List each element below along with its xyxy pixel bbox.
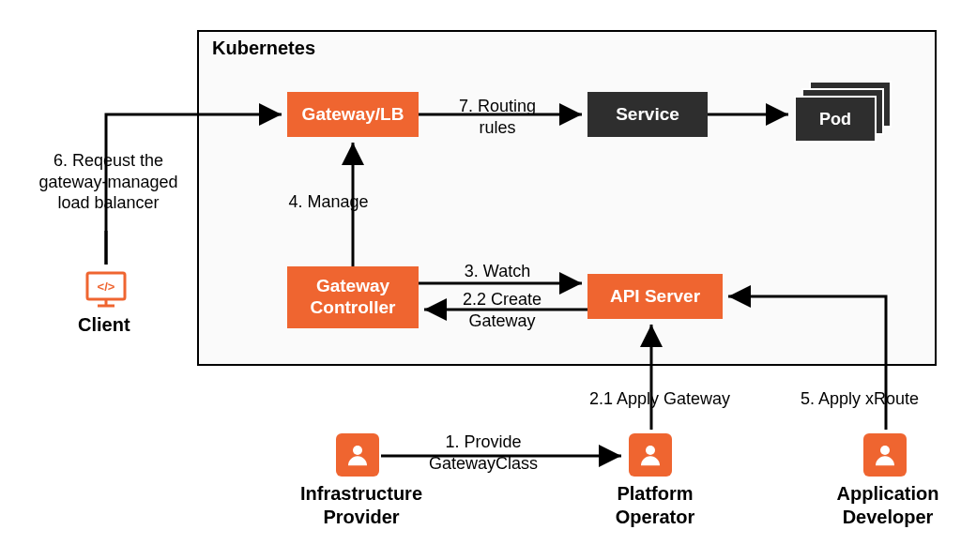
gateway-controller-node: Gateway Controller	[287, 266, 419, 328]
edge-5-label: 5. Apply xRoute	[785, 388, 935, 410]
edge-22-label: 2.2 Create Gateway	[441, 289, 563, 331]
svg-point-5	[646, 446, 655, 455]
platform-operator-icon	[629, 433, 672, 477]
edge-6-label: 6. Reqeust the gateway-managed load bala…	[26, 150, 191, 214]
pod-stack: Pod	[794, 81, 895, 146]
edge-21-label: 2.1 Apply Gateway	[580, 388, 740, 410]
edge-3-label: 3. Watch	[441, 261, 554, 282]
edge-7-label: 7. Routing rules	[441, 96, 554, 138]
infra-provider-label: Infrastructure Provider	[291, 482, 432, 529]
edge-4-label: 4. Manage	[282, 191, 375, 213]
client-icon: </>	[84, 270, 128, 310]
app-developer-icon	[863, 433, 907, 477]
edge-1-label: 1. Provide GatewayClass	[413, 431, 554, 474]
platform-operator-label: Platform Operator	[608, 482, 702, 529]
kubernetes-title: Kubernetes	[212, 38, 315, 59]
client-label: Client	[78, 313, 130, 337]
pod-node: Pod	[794, 96, 877, 143]
app-developer-label: Application Developer	[831, 482, 944, 529]
gatewaylb-node: Gateway/LB	[287, 92, 419, 137]
svg-text:</>: </>	[98, 280, 115, 294]
api-server-node: API Server	[587, 274, 723, 319]
infra-provider-icon	[336, 433, 379, 477]
svg-point-6	[880, 446, 890, 455]
service-node: Service	[587, 92, 708, 137]
svg-point-4	[353, 446, 362, 455]
